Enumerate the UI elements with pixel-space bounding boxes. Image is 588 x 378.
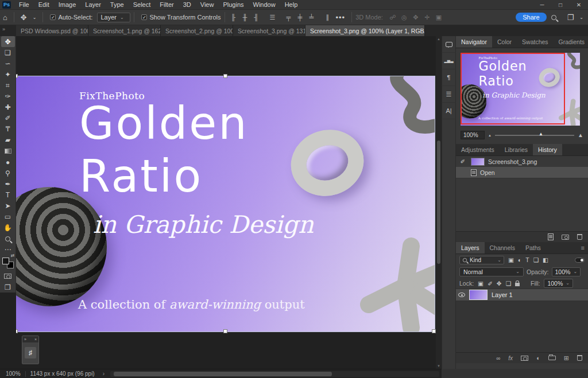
align-left-icon[interactable]: ╟ bbox=[229, 14, 239, 21]
distribute-horizontal-icon[interactable]: ∥ bbox=[323, 14, 333, 21]
filter-adjustment-layers-icon[interactable]: ◐ bbox=[518, 256, 521, 263]
align-top-icon[interactable]: ╤ bbox=[284, 14, 294, 21]
transform-handle-bottom-middle[interactable] bbox=[223, 329, 227, 333]
align-h-center-icon[interactable]: ╫ bbox=[240, 14, 250, 21]
transform-handle-top-left[interactable] bbox=[16, 74, 18, 78]
menu-image[interactable]: Image bbox=[54, 0, 81, 10]
fill-dropdown[interactable]: 100% ⌄ bbox=[544, 279, 573, 288]
horizontal-scrollbar[interactable] bbox=[110, 371, 439, 377]
vertical-scrollbar[interactable]: ▲ ▼ bbox=[436, 36, 442, 369]
new-group-icon[interactable] bbox=[548, 356, 556, 360]
menu-type[interactable]: Type bbox=[106, 0, 129, 10]
scroll-down-icon[interactable]: ▼ bbox=[436, 364, 442, 368]
rectangle-tool[interactable]: ▭ bbox=[1, 212, 15, 223]
menu-plugins[interactable]: Plugins bbox=[218, 0, 248, 10]
transform-handle-top-middle[interactable] bbox=[223, 74, 227, 78]
menu-window[interactable]: Window bbox=[249, 0, 280, 10]
layer-row-selected[interactable]: Layer 1 bbox=[456, 289, 588, 301]
character-panel-button[interactable]: A| bbox=[442, 103, 456, 119]
close-button[interactable]: ✕ bbox=[570, 0, 588, 10]
zoom-out-icon[interactable]: ▲ bbox=[488, 134, 492, 137]
tab-libraries[interactable]: Libraries bbox=[500, 144, 533, 155]
tab-adjustments[interactable]: Adjustments bbox=[456, 144, 500, 155]
navigator-thumbnail[interactable]: FixThePhoto Golden Ratio in Graphic Desi… bbox=[461, 53, 580, 126]
tab-navigator[interactable]: Navigator bbox=[456, 36, 492, 48]
workspace-chevron-icon[interactable]: ⌄ bbox=[577, 15, 588, 20]
panel-menu-icon[interactable]: ≡ bbox=[578, 242, 588, 254]
new-snapshot-icon[interactable] bbox=[562, 235, 569, 240]
tab-channels[interactable]: Channels bbox=[485, 242, 520, 254]
screen-mode-button[interactable]: ❐ bbox=[1, 282, 15, 293]
type-tool[interactable]: T bbox=[1, 189, 15, 200]
filter-shape-layers-icon[interactable]: ❏ bbox=[533, 256, 539, 263]
menu-filter[interactable]: Filter bbox=[155, 0, 178, 10]
minimize-button[interactable]: ─ bbox=[533, 0, 551, 10]
align-v-center-icon[interactable]: ╪ bbox=[295, 14, 305, 21]
lock-all-icon[interactable] bbox=[515, 283, 520, 286]
filter-smart-objects-icon[interactable]: ◧ bbox=[543, 256, 548, 263]
document-tab-3[interactable]: Screenshot_2.png @ 100% (... × bbox=[161, 25, 233, 36]
show-transform-checkbox[interactable]: ✓ bbox=[141, 14, 147, 20]
blur-tool[interactable]: ● bbox=[1, 157, 15, 167]
tab-layers[interactable]: Layers bbox=[456, 242, 485, 254]
new-document-from-state-icon[interactable] bbox=[548, 233, 554, 240]
maximize-button[interactable]: □ bbox=[551, 0, 570, 10]
history-state-open-document[interactable]: ✐ Screenshot_3.png bbox=[456, 156, 588, 167]
menu-file[interactable]: File bbox=[14, 0, 34, 10]
menu-help[interactable]: Help bbox=[280, 0, 303, 10]
transform-handle-bottom-right[interactable] bbox=[432, 329, 436, 333]
rectangular-marquee-tool[interactable]: ❏ bbox=[1, 47, 15, 58]
dodge-tool[interactable]: ⚲ bbox=[1, 167, 15, 178]
tab-color[interactable]: Color bbox=[492, 36, 517, 48]
add-layer-mask-icon[interactable] bbox=[521, 356, 528, 361]
eyedropper-tool[interactable]: ✑ bbox=[1, 91, 15, 102]
clone-stamp-tool[interactable]: ₸ bbox=[1, 124, 15, 135]
foreground-color-swatch[interactable] bbox=[2, 258, 9, 264]
auto-select-dropdown[interactable]: Layer ⌄ bbox=[97, 13, 130, 22]
filter-pixel-layers-icon[interactable]: ▣ bbox=[508, 256, 514, 263]
status-zoom-field[interactable]: 100% bbox=[0, 371, 25, 377]
zoom-in-icon[interactable]: ▲ bbox=[578, 132, 583, 138]
navigator-proxy-view-box[interactable] bbox=[461, 53, 565, 124]
align-right-icon[interactable]: ╢ bbox=[252, 14, 262, 21]
hand-tool[interactable]: ✋ bbox=[1, 223, 15, 233]
tool-preset-chevron-icon[interactable]: ⌄ bbox=[30, 15, 40, 20]
filter-type-layers-icon[interactable]: T bbox=[525, 256, 529, 263]
workspace-icon[interactable]: ❐ bbox=[564, 13, 577, 22]
lasso-tool[interactable]: ∽ bbox=[1, 58, 15, 69]
gradient-tool[interactable] bbox=[1, 146, 15, 157]
crop-tool[interactable]: ⌗ bbox=[1, 80, 15, 91]
quick-selection-tool[interactable]: ✦ bbox=[1, 69, 15, 80]
pen-tool[interactable]: ✒ bbox=[1, 178, 15, 189]
new-layer-icon[interactable]: ⊞ bbox=[564, 354, 569, 362]
document-canvas[interactable]: FixThePhoto Golden Ratio in Graphic Desi… bbox=[16, 76, 435, 332]
tab-paths[interactable]: Paths bbox=[520, 242, 546, 254]
histogram-panel-button[interactable]: ▂▅▃ bbox=[442, 53, 456, 69]
panel-collapse-icon[interactable]: » bbox=[24, 336, 26, 342]
menu-view[interactable]: View bbox=[196, 0, 219, 10]
layer-thumbnail[interactable] bbox=[469, 290, 488, 300]
collapse-tools-icon[interactable]: » bbox=[0, 25, 16, 36]
zoom-slider-thumb[interactable]: ▲ bbox=[539, 131, 543, 137]
share-button[interactable]: Share bbox=[516, 13, 546, 22]
path-selection-tool[interactable]: ➤ bbox=[1, 200, 15, 211]
lock-image-pixels-icon[interactable]: ✐ bbox=[488, 280, 493, 287]
layer-filter-toggle[interactable] bbox=[575, 258, 585, 263]
menu-select[interactable]: Select bbox=[129, 0, 156, 10]
navigator-zoom-slider[interactable]: ▲ bbox=[495, 135, 574, 136]
delete-layer-icon[interactable] bbox=[577, 355, 582, 361]
layer-visibility-eye-icon[interactable] bbox=[458, 293, 465, 297]
horizontal-scrollbar-thumb[interactable] bbox=[114, 372, 332, 376]
transform-handle-bottom-left[interactable] bbox=[16, 329, 18, 333]
properties-panel-button[interactable]: ☰ bbox=[442, 86, 456, 103]
menu-edit[interactable]: Edit bbox=[34, 0, 54, 10]
document-tab-2[interactable]: Screenshot_1.png @ 162% (... × bbox=[88, 25, 161, 36]
swap-colors-icon[interactable]: ⇄ bbox=[11, 253, 15, 258]
auto-select-checkbox[interactable]: ✓ bbox=[50, 14, 56, 20]
move-tool[interactable]: ✥ bbox=[1, 36, 15, 47]
layer-filter-kind-dropdown[interactable]: Kind ⌄ bbox=[459, 256, 504, 264]
tab-gradients[interactable]: Gradients bbox=[554, 36, 588, 48]
lock-artboard-icon[interactable]: ❏ bbox=[506, 280, 511, 287]
document-tab-5-active[interactable]: Screenshot_3.png @ 100% (Layer 1, RGB/8#… bbox=[305, 25, 425, 36]
home-icon[interactable]: ⌂ bbox=[0, 13, 10, 22]
